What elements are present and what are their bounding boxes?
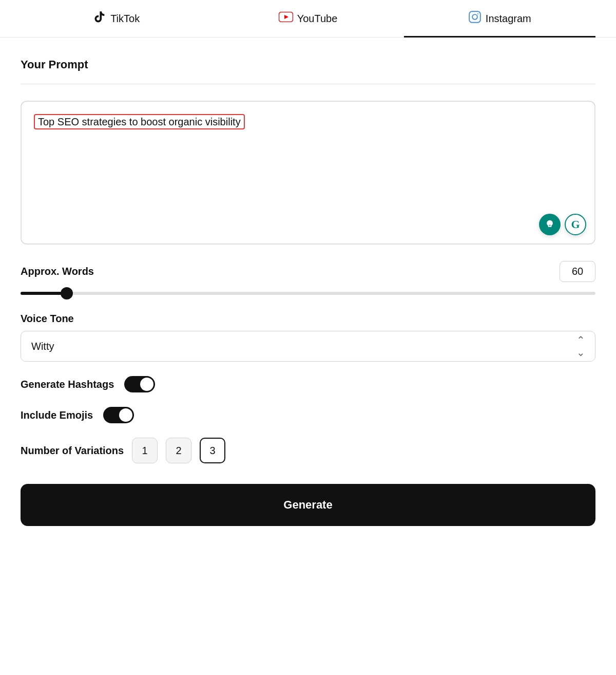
prompt-highlighted-text[interactable]: Top SEO strategies to boost organic visi…: [34, 114, 245, 129]
voice-tone-label: Voice Tone: [21, 313, 595, 325]
generate-hashtags-label: Generate Hashtags: [21, 379, 114, 390]
tab-instagram[interactable]: Instagram: [404, 0, 595, 37]
tiktok-icon: [93, 10, 106, 27]
prompt-text-container: Top SEO strategies to boost organic visi…: [32, 112, 584, 132]
voice-tone-control: Voice Tone Witty Professional Casual For…: [21, 313, 595, 362]
tab-tiktok-label: TikTok: [110, 13, 140, 25]
tab-instagram-label: Instagram: [486, 13, 531, 25]
voice-tone-select[interactable]: Witty Professional Casual Formal Humorou…: [21, 331, 595, 362]
slider-track: [21, 292, 595, 295]
youtube-icon: [279, 12, 293, 25]
generate-button[interactable]: Generate: [21, 484, 595, 526]
variations-label: Number of Variations: [21, 445, 124, 457]
tab-youtube-label: YouTube: [297, 13, 338, 25]
divider: [21, 84, 595, 84]
generate-hashtags-toggle[interactable]: [124, 376, 155, 392]
toggle-knob-emojis: [119, 408, 132, 422]
word-count-value[interactable]: 60: [560, 261, 595, 282]
toggle-knob: [140, 378, 153, 391]
toolbar-icons: G: [539, 214, 586, 235]
instagram-icon: [468, 10, 482, 27]
variation-btn-1[interactable]: 1: [132, 438, 158, 463]
variations-row: Number of Variations 1 2 3: [21, 438, 595, 463]
grammarly-button[interactable]: G: [565, 214, 586, 235]
words-slider[interactable]: [21, 288, 595, 298]
voice-tone-select-wrapper: Witty Professional Casual Formal Humorou…: [21, 331, 595, 362]
prompt-area-wrapper: Top SEO strategies to boost organic visi…: [21, 101, 595, 245]
svg-point-2: [472, 14, 477, 20]
slider-thumb[interactable]: [61, 287, 73, 299]
tab-tiktok[interactable]: TikTok: [21, 0, 212, 37]
svg-point-3: [477, 13, 478, 14]
include-emojis-row: Include Emojis: [21, 407, 595, 423]
variation-btn-3[interactable]: 3: [200, 438, 225, 463]
svg-rect-1: [469, 11, 480, 23]
include-emojis-toggle[interactable]: [103, 407, 134, 423]
include-emojis-label: Include Emojis: [21, 409, 93, 421]
ai-bulb-button[interactable]: [539, 214, 561, 235]
tab-youtube[interactable]: YouTube: [212, 2, 403, 35]
approx-words-label: Approx. Words: [21, 266, 94, 277]
prompt-label: Your Prompt: [21, 58, 595, 71]
slider-fill: [21, 292, 67, 295]
approx-words-control: Approx. Words 60: [21, 261, 595, 298]
grammarly-g-icon: G: [571, 218, 580, 231]
generate-hashtags-row: Generate Hashtags: [21, 376, 595, 392]
tab-bar: TikTok YouTube Instagram: [0, 0, 616, 38]
variation-btn-2[interactable]: 2: [166, 438, 191, 463]
